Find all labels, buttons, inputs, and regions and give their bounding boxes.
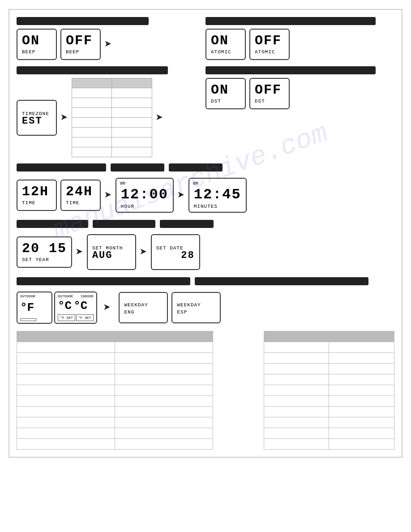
time-minutes-super: am [193, 181, 198, 186]
time-bar-right [169, 163, 223, 172]
time-bars-row [17, 163, 394, 175]
temp-bars-row [17, 277, 394, 289]
atomic-bar [206, 17, 376, 25]
timezone-grid [72, 78, 152, 157]
weekday-esp-line2: ESP [177, 309, 187, 315]
dst-section: ON DST OFF DST [206, 66, 394, 109]
temp-weekday-section: OUTDOOR °F OUTDOOR INDOOR °C [17, 277, 394, 324]
dst-bar [206, 66, 376, 74]
temp-bar [17, 277, 190, 285]
timezone-arrow2: ➤ [156, 110, 163, 125]
time-24h-value: 24H [66, 185, 93, 198]
weekday-eng-line1: WEEKDAY [124, 302, 148, 308]
time-arrow1: ➤ [104, 188, 112, 203]
beep-on-value: ON [22, 34, 40, 47]
atomic-off-value: OFF [255, 34, 282, 47]
date-arrow2: ➤ [140, 245, 147, 260]
dst-off-box: OFF DST [249, 78, 290, 109]
dst-on-box: ON DST [206, 78, 246, 109]
time-minutes-value: 12:45 [194, 188, 241, 202]
dst-off-label: DST [255, 99, 265, 104]
time-hour-value: 12:00 [121, 188, 168, 202]
timezone-box: TIMEZONE EST [17, 100, 57, 136]
bottom-right-table [264, 331, 394, 450]
date-date-value: 28 [181, 251, 194, 261]
date-bar-left [17, 220, 88, 228]
time-hour-super: am [120, 181, 125, 186]
temp-outdoor-f-value: °F [20, 301, 34, 314]
bottom-tables-section [17, 331, 394, 450]
weekday-esp-line1: WEEKDAY [177, 302, 201, 308]
time-minutes-label: MINUTES [194, 204, 218, 209]
time-hour-box: am 12:00 HOUR [116, 178, 174, 213]
weekday-esp-box: WEEKDAY ESP [171, 292, 221, 323]
time-24h-box: 24H TIME [60, 180, 101, 211]
beep-bar [17, 17, 149, 25]
beep-off-box: OFF BEEP [60, 29, 101, 60]
timezone-value: EST [22, 116, 43, 126]
date-bar-right [160, 220, 214, 228]
atomic-on-value: ON [211, 34, 229, 47]
atomic-on-label: ATOMIC [211, 49, 231, 55]
dst-off-value: OFF [255, 83, 282, 97]
page: manualsarchive.com ON BEEP OFF BEEP ➤ [9, 9, 402, 458]
timezone-dst-row: TIMEZONE EST ➤ ➤ [17, 66, 394, 157]
date-section: 20 15 SET YEAR ➤ SET MONTH AUG ➤ SET DAT… [17, 220, 394, 270]
time-section: 12H TIME 24H TIME ➤ am 12:00 HOUR ➤ am 1… [17, 163, 394, 213]
date-arrow1: ➤ [76, 245, 83, 260]
temp-boxes: OUTDOOR °F OUTDOOR INDOOR °C [17, 292, 97, 324]
date-year-value: 20 15 [22, 242, 67, 255]
date-year-label: SET YEAR [22, 257, 49, 262]
dst-on-value: ON [211, 83, 229, 97]
time-12h-label: TIME [22, 200, 35, 206]
beep-section: ON BEEP OFF BEEP ➤ [17, 17, 206, 60]
time-bar-left [17, 163, 106, 172]
beep-off-label: BEEP [66, 49, 79, 55]
temp-outdoor-c-inner: °F SET [58, 314, 75, 321]
date-bars-row [17, 220, 394, 232]
temp-indoor-c-inner: °F SET [76, 314, 94, 321]
bottom-spacer [222, 331, 255, 450]
timezone-section: TIMEZONE EST ➤ ➤ [17, 66, 206, 157]
time-24h-label: TIME [66, 200, 79, 206]
beep-off-value: OFF [66, 34, 93, 47]
temp-indoor-c-label: INDOOR [81, 294, 94, 298]
time-minutes-box: am 12:45 MINUTES [188, 178, 247, 213]
temp-outdoor-c-label: OUTDOOR [58, 294, 73, 298]
beep-on-label: BEEP [22, 49, 35, 55]
weekday-eng-box: WEEKDAY ENG [119, 292, 168, 323]
temp-outdoor-f-box: OUTDOOR °F [17, 292, 52, 324]
time-12h-value: 12H [22, 185, 49, 198]
atomic-off-box: OFF ATOMIC [249, 29, 290, 60]
beep-atomic-row: ON BEEP OFF BEEP ➤ ON ATOMIC OFF [17, 17, 394, 60]
temp-outdoor-c-value: °C [58, 299, 72, 313]
timezone-bar [17, 66, 168, 74]
beep-arrow: ➤ [104, 37, 112, 52]
time-12h-box: 12H TIME [17, 180, 57, 211]
date-date-label: SET DATE [156, 245, 184, 251]
atomic-section: ON ATOMIC OFF ATOMIC [206, 17, 394, 60]
weekday-bar [195, 277, 368, 285]
beep-on-box: ON BEEP [17, 29, 57, 60]
time-arrow2: ➤ [177, 188, 185, 203]
date-month-value: AUG [92, 251, 113, 261]
timezone-arrow1: ➤ [60, 110, 68, 125]
bottom-right-table-wrap [264, 331, 394, 450]
atomic-off-label: ATOMIC [255, 49, 275, 55]
temp-outdoor-f-top-label: OUTDOOR [20, 294, 49, 298]
date-month-box: SET MONTH AUG [87, 234, 136, 270]
temp-outdoor-c-box: OUTDOOR INDOOR °C °C °F SET °F SET [54, 292, 97, 324]
dst-on-label: DST [211, 99, 221, 104]
weekday-boxes: WEEKDAY ENG WEEKDAY ESP [119, 292, 221, 323]
temp-indoor-f-inner [20, 318, 36, 321]
atomic-on-box: ON ATOMIC [206, 29, 246, 60]
temp-indoor-c-value: °C [73, 299, 87, 313]
bottom-left-table-wrap [17, 331, 213, 450]
time-bar-mid [111, 163, 164, 172]
date-bar-mid [93, 220, 155, 228]
date-date-box: SET DATE 28 [151, 234, 200, 270]
bottom-left-table [17, 331, 213, 450]
time-hour-label: HOUR [121, 204, 134, 209]
temp-arrow: ➤ [103, 300, 111, 315]
weekday-eng-line2: ENG [124, 309, 134, 315]
